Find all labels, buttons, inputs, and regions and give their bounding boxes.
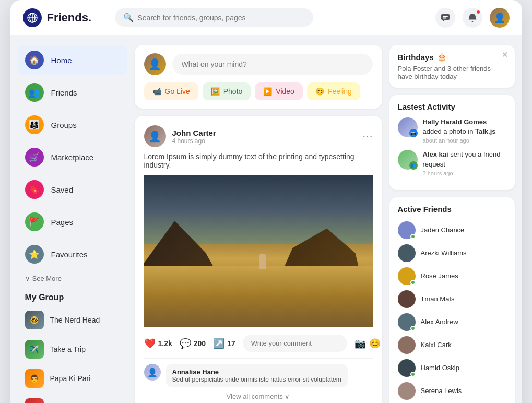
group-name-nerd-head: The Nerd Head bbox=[50, 316, 100, 324]
marketplace-icon: 🛒 bbox=[25, 148, 44, 167]
birthday-close-button[interactable]: ✕ bbox=[502, 50, 509, 60]
friend-item-4[interactable]: Alex Andrew bbox=[398, 311, 506, 334]
activity-item-1: 👥 Alex kai sent you a friend request 3 h… bbox=[398, 150, 506, 176]
composer-top: 👤 bbox=[144, 53, 373, 75]
post-author-avatar: 👤 bbox=[144, 125, 166, 147]
group-name-papa-ki-pari: Papa Ki Pari bbox=[50, 374, 91, 383]
heart-icon: ❤️ bbox=[144, 338, 156, 349]
sidebar-item-groups[interactable]: 👨‍👩‍👧 Groups bbox=[18, 110, 127, 140]
sidebar-label-friends: Friends bbox=[51, 88, 77, 97]
group-item-papa-ki-pari[interactable]: 👨 Papa Ki Pari bbox=[18, 365, 127, 392]
sidebar-item-favourites[interactable]: ⭐ Favourites bbox=[18, 239, 127, 269]
photo-icon: 🖼️ bbox=[211, 87, 220, 96]
figure bbox=[259, 254, 266, 269]
header-actions: 👤 bbox=[435, 8, 510, 28]
search-icon: 🔍 bbox=[123, 13, 134, 22]
friend-avatar-0 bbox=[398, 221, 416, 239]
search-input[interactable] bbox=[138, 14, 305, 22]
sidebar-item-home[interactable]: 🏠 Home bbox=[18, 45, 127, 75]
feeling-button[interactable]: 😊 Feeling bbox=[307, 82, 360, 100]
commenter-avatar: 👤 bbox=[144, 364, 161, 381]
camera-icon[interactable]: 📷 bbox=[354, 338, 366, 349]
friend-item-1[interactable]: Arezki Williams bbox=[398, 242, 506, 265]
friend-avatar-5 bbox=[398, 336, 416, 354]
friend-item-2[interactable]: Rose James bbox=[398, 265, 506, 288]
see-more-button[interactable]: ∨ See More bbox=[18, 271, 127, 286]
online-indicator-4 bbox=[410, 326, 416, 331]
post-menu-button[interactable]: ⋯ bbox=[362, 130, 373, 143]
online-indicator-0 bbox=[410, 234, 416, 239]
share-icon: ↗️ bbox=[213, 338, 224, 349]
birthday-title: Birthdays 🎂 bbox=[398, 52, 506, 62]
groups-icon: 👨‍👩‍👧 bbox=[25, 115, 44, 134]
saved-icon: 🔖 bbox=[25, 180, 44, 199]
friend-name-5: Kaixi Cark bbox=[421, 341, 452, 349]
field-layer bbox=[144, 266, 373, 327]
video-icon: ▶️ bbox=[263, 87, 272, 96]
user-avatar[interactable]: 👤 bbox=[490, 8, 510, 28]
post-actions-bar: ❤️ 1.2k 💬 200 ↗️ 17 📷 😊 bbox=[144, 328, 373, 358]
header: Friends. 🔍 bbox=[10, 0, 522, 35]
post-text: Lorem Ipsum is simply dummy text of the … bbox=[144, 152, 373, 169]
comments-count[interactable]: 💬 200 bbox=[180, 338, 206, 349]
friend-item-5[interactable]: Kaixi Cark bbox=[398, 334, 506, 357]
friends-icon: 👥 bbox=[25, 83, 44, 102]
sidebar-item-pages[interactable]: 🚩 Pages bbox=[18, 207, 127, 237]
activity-badge-friend: 👥 bbox=[409, 161, 418, 170]
post-input[interactable] bbox=[172, 54, 373, 75]
group-item-nerd-head[interactable]: 🤓 The Nerd Head bbox=[18, 306, 127, 334]
latest-activity: Lastest Activity 📷 Hally Harald Gomes ad… bbox=[389, 95, 515, 190]
online-indicator-2 bbox=[410, 280, 416, 285]
activity-text-0: Hally Harald Gomes added a photo in Talk… bbox=[423, 117, 506, 136]
video-button[interactable]: ▶️ Video bbox=[255, 82, 303, 100]
emoji-icon[interactable]: 😊 bbox=[369, 338, 381, 349]
sidebar-label-pages: Pages bbox=[51, 218, 74, 227]
friend-avatar-6 bbox=[398, 359, 416, 377]
view-all-comments[interactable]: View all comments ∨ bbox=[144, 390, 373, 400]
main-feed: 👤 📹 Go Live 🖼️ Photo ▶️ Video bbox=[135, 45, 382, 403]
chat-button[interactable] bbox=[435, 8, 455, 28]
sidebar-item-friends[interactable]: 👥 Friends bbox=[18, 77, 127, 108]
group-item-college-friends[interactable]: 🎓 College Friends bbox=[18, 394, 127, 403]
friend-avatar-1 bbox=[398, 244, 416, 262]
sidebar-item-saved[interactable]: 🔖 Saved bbox=[18, 174, 127, 205]
group-item-take-a-trip[interactable]: ✈️ Take a Trip bbox=[18, 336, 127, 363]
sidebar: 🏠 Home 👥 Friends 👨‍👩‍👧 Groups 🛒 Marketpl… bbox=[18, 45, 127, 403]
group-avatar-college-friends: 🎓 bbox=[25, 398, 44, 403]
photo-button[interactable]: 🖼️ Photo bbox=[203, 82, 251, 100]
activity-avatar-1: 👥 bbox=[398, 150, 418, 170]
shares-count[interactable]: ↗️ 17 bbox=[213, 338, 235, 349]
comment-icon: 💬 bbox=[180, 338, 191, 349]
likes-count[interactable]: ❤️ 1.2k bbox=[144, 338, 172, 349]
friend-avatar-3 bbox=[398, 290, 416, 308]
friend-item-3[interactable]: Tman Mats bbox=[398, 288, 506, 311]
birthday-text: Pola Foster and 3 other friends have bir… bbox=[398, 65, 506, 80]
post-image bbox=[144, 175, 373, 327]
activity-title: Lastest Activity bbox=[398, 102, 506, 111]
post-author-name: John Carter bbox=[172, 128, 216, 137]
go-live-button[interactable]: 📹 Go Live bbox=[144, 82, 198, 100]
friend-item-7[interactable]: Serena Lewis bbox=[398, 380, 506, 402]
friend-name-4: Alex Andrew bbox=[421, 318, 458, 326]
logo-area: Friends. bbox=[23, 8, 107, 27]
svg-rect-6 bbox=[443, 17, 446, 18]
sidebar-item-marketplace[interactable]: 🛒 Marketplace bbox=[18, 142, 127, 172]
composer-actions: 📹 Go Live 🖼️ Photo ▶️ Video 😊 Feeling bbox=[144, 82, 373, 100]
active-friends-title: Active Friends bbox=[398, 205, 506, 214]
friend-name-6: Hamid Oskip bbox=[421, 364, 459, 372]
pages-icon: 🚩 bbox=[25, 212, 44, 231]
group-name-take-a-trip: Take a Trip bbox=[50, 345, 86, 353]
notifications-button[interactable] bbox=[463, 8, 482, 28]
group-avatar-nerd-head: 🤓 bbox=[25, 311, 44, 329]
search-bar[interactable]: 🔍 bbox=[115, 8, 313, 27]
comment-input[interactable] bbox=[243, 335, 347, 352]
comment-bubble: Annalise Hane Sed ut perspiciatis unde o… bbox=[166, 364, 348, 387]
composer-user-avatar: 👤 bbox=[144, 53, 166, 75]
post-composer: 👤 📹 Go Live 🖼️ Photo ▶️ Video bbox=[135, 45, 382, 109]
friend-item-0[interactable]: Jaden Chance bbox=[398, 219, 506, 242]
friend-item-6[interactable]: Hamid Oskip bbox=[398, 357, 506, 380]
post-header: 👤 John Carter 4 hours ago ⋯ bbox=[144, 125, 373, 147]
friend-avatar-7 bbox=[398, 382, 416, 400]
sidebar-label-marketplace: Marketplace bbox=[51, 153, 94, 162]
friend-avatar-2 bbox=[398, 267, 416, 285]
